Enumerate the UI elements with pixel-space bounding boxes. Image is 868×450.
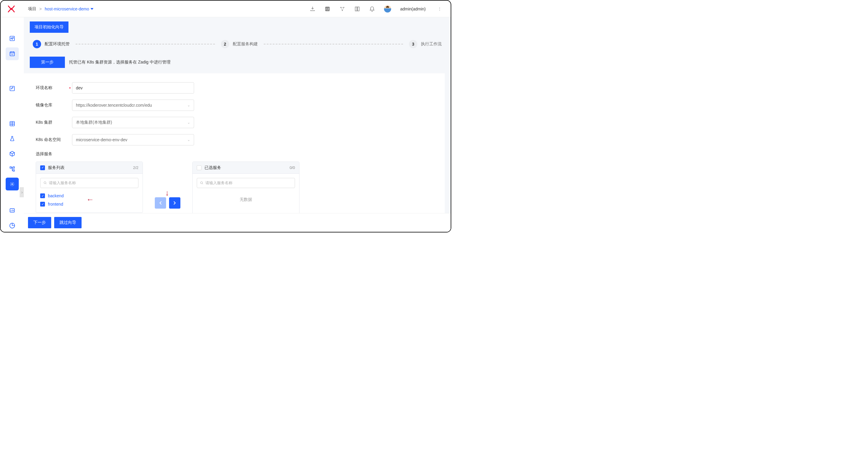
- transfer-left-search[interactable]: 请输入服务名称: [40, 178, 138, 188]
- transfer-left-panel: 服务列表 2/2 请输入服务名称: [36, 162, 143, 213]
- step-3-num: 3: [409, 40, 417, 48]
- breadcrumb-root[interactable]: 项目: [28, 6, 36, 11]
- sidebar-item-stats[interactable]: [6, 204, 19, 217]
- chevron-down-icon: ⌄: [187, 103, 190, 107]
- step-2-num: 2: [221, 40, 229, 48]
- select-service-label: 选择服务: [36, 151, 433, 157]
- k8s-cluster-select[interactable]: 本地集群(本地集群) ⌄: [72, 117, 194, 128]
- svg-text:A文: A文: [326, 7, 330, 10]
- image-repo-label: 镜像仓库: [36, 103, 68, 108]
- sidebar-item-monitor[interactable]: [6, 32, 19, 45]
- k8s-ns-select[interactable]: microservice-demo-env-dev ⌄: [72, 134, 194, 145]
- form-card: 环境名称 • 镜像仓库 https://koderover.tencentclo…: [24, 73, 445, 222]
- step-chip: 第一步: [30, 57, 65, 68]
- step-desc: 托管已有 K8s 集群资源，选择服务在 Zadig 中进行管理: [69, 60, 170, 65]
- transfer-left-button: [155, 197, 166, 208]
- transfer-left-checkall[interactable]: [40, 165, 45, 170]
- search-icon: [200, 181, 204, 185]
- transfer-right-checkall[interactable]: [197, 165, 202, 170]
- svg-point-15: [44, 182, 46, 184]
- network-icon[interactable]: [339, 6, 345, 12]
- breadcrumb-sep: >: [39, 6, 42, 11]
- step-1-num: 1: [33, 40, 41, 48]
- transfer-left-title: 服务列表: [48, 165, 65, 170]
- footer-bar: 下一步 跳过向导: [24, 213, 451, 232]
- avatar[interactable]: [384, 5, 391, 12]
- book-icon[interactable]: [354, 6, 360, 12]
- step-3-label: 执行工作流: [421, 41, 442, 47]
- transfer-right-panel: 已选服务 0/0 请输入服务名称 无数据: [192, 162, 300, 216]
- transfer-right-nodata: 无数据: [197, 188, 295, 211]
- wizard-badge: 项目初始化向导: [30, 22, 68, 33]
- chevron-right-icon: [173, 201, 176, 205]
- skip-button[interactable]: 跳过向导: [54, 217, 82, 228]
- topbar: 项目 > host-microservice-demo A文 admin(adm…: [1, 1, 451, 17]
- svg-rect-12: [13, 170, 14, 171]
- chevron-down-icon: ⌄: [187, 138, 190, 142]
- required-indicator: •: [68, 86, 72, 90]
- svg-rect-11: [13, 167, 14, 168]
- chevron-left-icon: [159, 201, 162, 205]
- translate-icon[interactable]: A文: [324, 6, 331, 12]
- transfer-right-search[interactable]: 请输入服务名称: [197, 178, 295, 188]
- sidebar-item-edit[interactable]: [6, 82, 19, 95]
- image-repo-select[interactable]: https://koderover.tencentcloudcr.com/edu…: [72, 100, 194, 111]
- step-1: 1 配置环境托管: [33, 40, 70, 48]
- bell-icon[interactable]: [369, 6, 375, 12]
- env-name-label: 环境名称: [36, 85, 68, 91]
- breadcrumb: 项目 > host-microservice-demo: [28, 6, 310, 11]
- app-logo: [6, 4, 16, 14]
- breadcrumb-current[interactable]: host-microservice-demo: [45, 6, 93, 11]
- svg-rect-10: [10, 167, 11, 168]
- step-1-label: 配置环境托管: [45, 41, 70, 47]
- k8s-ns-label: K8s 命名空间: [36, 137, 68, 142]
- transfer-right-count: 0/0: [290, 165, 295, 170]
- sidebar-item-flask[interactable]: [6, 132, 19, 145]
- step-2: 2 配置服务构建: [221, 40, 258, 48]
- transfer: 服务列表 2/2 请输入服务名称: [36, 162, 433, 216]
- transfer-buttons: [155, 197, 180, 208]
- annotation-arrow-down: ↓: [165, 188, 169, 198]
- transfer-item-frontend[interactable]: frontend: [40, 200, 138, 208]
- svg-point-13: [11, 184, 13, 185]
- topbar-right: A文 admin(admin) ⋮: [310, 5, 445, 12]
- transfer-right-title: 已选服务: [205, 165, 221, 170]
- next-button[interactable]: 下一步: [28, 217, 51, 228]
- sidebar-item-settings[interactable]: [6, 178, 19, 191]
- checkbox[interactable]: [40, 202, 45, 206]
- sidebar-item-pie[interactable]: [6, 219, 19, 232]
- more-menu-icon[interactable]: ⋮: [435, 6, 445, 11]
- transfer-left-count: 2/2: [133, 165, 138, 170]
- step-2-label: 配置服务构建: [233, 41, 258, 47]
- sidebar-item-package[interactable]: [6, 147, 19, 160]
- checkbox[interactable]: [40, 193, 45, 198]
- sidebar-item-tree[interactable]: [6, 163, 19, 175]
- transfer-item-backend[interactable]: backend: [40, 192, 138, 200]
- steps-row: 1 配置环境托管 2 配置服务构建 3 执行工作流: [24, 33, 451, 55]
- sidebar: PM ›: [1, 17, 24, 232]
- env-name-input[interactable]: [72, 82, 194, 93]
- chevron-down-icon: ⌄: [187, 120, 190, 124]
- svg-point-16: [200, 182, 203, 184]
- step-3: 3 执行工作流: [409, 40, 442, 48]
- sidebar-item-table[interactable]: [6, 117, 19, 130]
- download-icon[interactable]: [310, 6, 315, 12]
- search-icon: [43, 181, 47, 185]
- k8s-cluster-label: K8s 集群: [36, 120, 68, 125]
- svg-text:PM: PM: [11, 54, 13, 55]
- sidebar-item-pm[interactable]: PM: [6, 47, 19, 60]
- username[interactable]: admin(admin): [400, 6, 426, 11]
- transfer-right-button[interactable]: [169, 197, 180, 208]
- main-content: 项目初始化向导 1 配置环境托管 2 配置服务构建 3 执行工作流: [24, 17, 451, 232]
